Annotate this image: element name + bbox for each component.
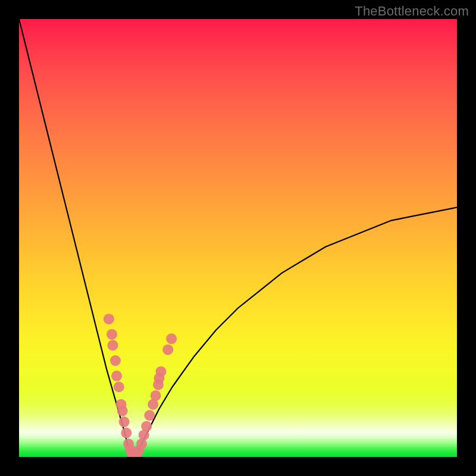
scatter-layer [104, 314, 177, 457]
scatter-point [121, 428, 131, 439]
scatter-point [155, 366, 166, 377]
plot-area [19, 19, 457, 457]
scatter-point [162, 345, 173, 355]
scatter-point [107, 329, 117, 340]
scatter-point [166, 333, 177, 344]
scatter-point [144, 410, 155, 421]
scatter-point [114, 381, 124, 392]
chart-svg [19, 19, 457, 457]
watermark-text: TheBottleneck.com [355, 4, 469, 19]
scatter-point [117, 406, 128, 416]
scatter-point [110, 355, 121, 366]
curve-layer [19, 19, 457, 457]
scatter-point [111, 371, 122, 381]
chart-frame: TheBottleneck.com [0, 0, 476, 476]
scatter-point [151, 390, 161, 401]
bottleneck-curve [19, 19, 457, 457]
scatter-point [104, 314, 114, 324]
scatter-point [108, 340, 118, 350]
scatter-point [141, 421, 152, 431]
scatter-point [119, 416, 130, 427]
